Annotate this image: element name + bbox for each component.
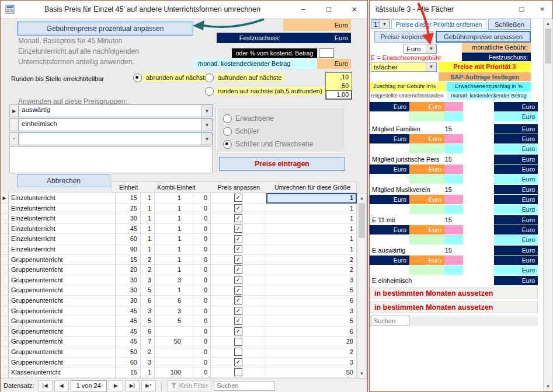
checkbox-unchecked-icon[interactable] bbox=[234, 338, 242, 346]
cell-teil[interactable]: 7 bbox=[141, 337, 155, 347]
chevron-down-icon[interactable]: ▼ bbox=[379, 20, 389, 29]
fee-base-field[interactable]: Euro bbox=[370, 225, 409, 235]
cell-null[interactable]: 0 bbox=[193, 224, 211, 235]
cell-kombi[interactable]: 3 bbox=[155, 275, 193, 286]
cell-einheit[interactable]: 20 bbox=[116, 265, 141, 275]
cell-groesse[interactable]: 3 bbox=[266, 358, 357, 368]
cell-teil[interactable]: 5 bbox=[141, 316, 155, 327]
scroll-up-icon[interactable]: ▲ bbox=[357, 194, 366, 202]
fee-right-field[interactable]: Euro bbox=[494, 155, 538, 164]
cell-einheit[interactable]: 30 bbox=[116, 275, 141, 286]
cell-teil[interactable]: 2 bbox=[141, 265, 155, 275]
cell-kombi[interactable]: 1 bbox=[155, 234, 193, 244]
fee-pink-field[interactable] bbox=[444, 102, 463, 111]
cell-kombi[interactable]: 6 bbox=[155, 296, 193, 306]
audience-option[interactable]: Schüler bbox=[223, 125, 345, 138]
filter-button[interactable]: Kein Filter bbox=[167, 380, 213, 391]
table-scrollbar[interactable]: ▲ ▼ bbox=[357, 193, 367, 379]
group-combo[interactable]: einheimisch▼ bbox=[19, 118, 213, 131]
cell-unterrichtsform[interactable]: Gruppenunterricht bbox=[9, 316, 116, 327]
cell-kombi[interactable]: 1 bbox=[155, 193, 193, 204]
checkbox-checked-icon[interactable]: ✓ bbox=[234, 307, 242, 315]
cell-einheit[interactable]: 15 bbox=[116, 368, 141, 378]
scrollbar-thumb[interactable] bbox=[545, 29, 551, 64]
cell-null[interactable]: 0 bbox=[193, 347, 211, 358]
cell-teil[interactable]: 1 bbox=[141, 234, 155, 244]
cell-einheit[interactable]: 30 bbox=[116, 296, 141, 306]
cell-null[interactable]: 0 bbox=[193, 204, 211, 214]
cell-unterrichtsform[interactable]: Gruppenunterricht bbox=[9, 275, 116, 286]
last-record-button[interactable]: ▶| bbox=[125, 380, 140, 391]
chevron-down-icon[interactable]: ▼ bbox=[201, 133, 212, 145]
fee-pink-field[interactable] bbox=[444, 164, 463, 174]
scrollbar-thumb[interactable] bbox=[359, 203, 365, 238]
cell-unterrichtsform[interactable]: Gruppenunterricht bbox=[9, 296, 116, 306]
fee-orange-field[interactable]: Euro bbox=[409, 195, 444, 204]
step-option[interactable]: 1,00 bbox=[326, 90, 352, 99]
row-selector[interactable] bbox=[1, 347, 9, 358]
search-input[interactable] bbox=[371, 316, 409, 326]
checkbox-checked-icon[interactable]: ✓ bbox=[234, 296, 242, 304]
cell-groesse[interactable]: 5 bbox=[266, 285, 357, 296]
close-form-button[interactable]: Schließen bbox=[488, 19, 531, 30]
fee-right-cyan-field[interactable]: Euro bbox=[494, 235, 538, 244]
cell-teil[interactable]: 2 bbox=[141, 347, 155, 358]
fee-right-field[interactable]: Euro bbox=[494, 215, 538, 225]
cell-unterrichtsform[interactable]: Gruppenunterricht bbox=[9, 285, 116, 296]
vertical-scrollbar[interactable]: ▲ ▼ bbox=[543, 19, 553, 391]
close-button[interactable]: × bbox=[532, 1, 552, 18]
cell-groesse[interactable]: 6 bbox=[266, 296, 357, 306]
row-selector[interactable] bbox=[1, 255, 9, 265]
copy-prices-button[interactable]: Preise kopieren bbox=[374, 31, 433, 43]
row-selector[interactable] bbox=[1, 244, 9, 255]
cell-unterrichtsform[interactable]: Einzelunterricht bbox=[9, 214, 116, 224]
group-combo[interactable]: ▼ bbox=[19, 132, 213, 145]
cell-groesse[interactable]: 2 bbox=[266, 265, 357, 275]
fee-right-cyan-field[interactable]: Euro bbox=[494, 205, 538, 214]
chevron-down-icon[interactable]: ▼ bbox=[426, 62, 436, 71]
cell-einheit[interactable]: 45 bbox=[116, 306, 141, 317]
checkbox-checked-icon[interactable]: ✓ bbox=[234, 245, 242, 253]
checkbox-checked-icon[interactable]: ✓ bbox=[234, 235, 242, 243]
sap-orders-button[interactable]: SAP-Aufträge festlegen bbox=[439, 72, 531, 81]
checkbox-checked-icon[interactable]: ✓ bbox=[234, 204, 242, 212]
checkbox-unchecked-icon[interactable] bbox=[234, 368, 242, 376]
cell-teil[interactable]: 1 bbox=[141, 193, 155, 204]
checkbox-checked-icon[interactable]: ✓ bbox=[234, 286, 242, 295]
fee-right-cyan-field[interactable]: Euro bbox=[494, 144, 538, 153]
fee-green-field[interactable] bbox=[409, 174, 444, 184]
step-listbox[interactable]: ,10,501,00 bbox=[325, 72, 352, 100]
cell-teil[interactable]: 1 bbox=[141, 368, 155, 378]
cell-groesse[interactable]: 2 bbox=[266, 347, 357, 358]
scrollbar-track[interactable] bbox=[544, 64, 552, 382]
row-marker[interactable] bbox=[9, 118, 19, 131]
fee-cyan-field[interactable] bbox=[444, 144, 463, 153]
cell-einheit[interactable]: 45 bbox=[116, 316, 141, 327]
cell-einheit[interactable]: 45 bbox=[116, 337, 141, 347]
row-marker[interactable]: ▶ bbox=[9, 104, 19, 117]
fee-pink-field[interactable] bbox=[444, 225, 463, 235]
fee-orange-field[interactable]: Euro bbox=[409, 134, 444, 144]
checkbox-checked-icon[interactable]: ✓ bbox=[234, 358, 242, 366]
row-selector[interactable] bbox=[1, 204, 9, 214]
cell-kombi[interactable] bbox=[155, 347, 193, 358]
cell-kombi[interactable]: 1 bbox=[155, 285, 193, 296]
member-einheit[interactable]: 15 bbox=[436, 185, 452, 194]
percent-adjust-button[interactable]: Gebührenpreise prozentual anpassen bbox=[17, 22, 193, 36]
cell-groesse[interactable]: 50 bbox=[266, 368, 357, 378]
cell-teil[interactable]: 3 bbox=[141, 275, 155, 286]
fee-green-field[interactable] bbox=[409, 144, 444, 153]
cell-einheit[interactable]: 90 bbox=[116, 244, 141, 255]
member-einheit[interactable]: 15 bbox=[436, 124, 452, 134]
fee-pink-field[interactable] bbox=[444, 195, 463, 204]
cell-groesse[interactable]: 1 bbox=[266, 244, 357, 255]
fee-right-field[interactable]: Euro bbox=[494, 164, 538, 174]
cell-null[interactable]: 0 bbox=[193, 327, 211, 337]
row-selector[interactable] bbox=[1, 265, 9, 275]
cell-einheit[interactable]: 30 bbox=[116, 214, 141, 224]
cell-kombi[interactable]: 3 bbox=[155, 306, 193, 317]
fee-cyan-field[interactable] bbox=[444, 265, 463, 275]
remove-priority-button[interactable]: Preise dieser Priorität entfernen bbox=[391, 19, 486, 29]
cell-groesse[interactable]: 1 bbox=[266, 234, 357, 244]
scroll-up-icon[interactable]: ▲ bbox=[544, 19, 552, 28]
